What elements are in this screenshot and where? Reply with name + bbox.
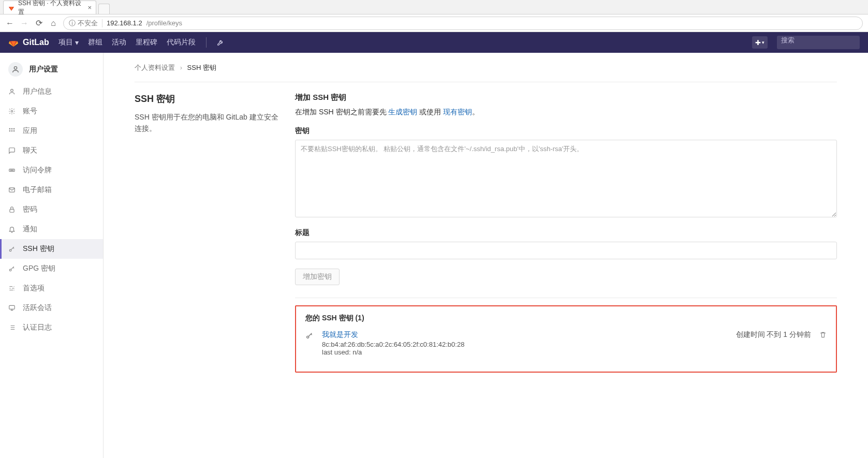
security-label: 不安全 xyxy=(78,19,98,28)
key-last-used: last used: n/a xyxy=(322,348,362,356)
address-bar[interactable]: ⓘ 不安全 192.168.1.2/profile/keys xyxy=(63,17,863,30)
token-icon xyxy=(8,167,17,174)
key-icon xyxy=(305,330,314,339)
svg-point-16 xyxy=(9,269,11,271)
sidebar-item-label: GPG 密钥 xyxy=(23,264,55,273)
link-existing-key[interactable]: 现有密钥 xyxy=(443,108,472,116)
title-input[interactable] xyxy=(295,242,837,259)
sidebar-item-label: SSH 密钥 xyxy=(23,244,54,254)
breadcrumb-current: SSH 密钥 xyxy=(187,64,216,71)
lock-icon xyxy=(8,206,17,213)
chat-icon xyxy=(8,147,17,154)
tab-favicon-icon xyxy=(8,4,15,11)
key-textarea[interactable] xyxy=(295,140,837,217)
section-intro: SSH 密钥 SSH 密钥用于在您的电脑和 GitLab 建立安全连接。 xyxy=(135,93,279,373)
key-name-link[interactable]: 我就是开发 xyxy=(322,330,358,339)
brand[interactable]: GitLab xyxy=(8,37,49,48)
sidebar-item-12[interactable]: 认证日志 xyxy=(0,318,103,337)
sidebar-item-label: 用户信息 xyxy=(23,87,52,96)
form-title: 增加 SSH 密钥 xyxy=(295,93,837,102)
wrench-icon[interactable] xyxy=(217,39,224,46)
security-indicator[interactable]: ⓘ 不安全 xyxy=(69,19,98,28)
breadcrumb-root[interactable]: 个人资料设置 xyxy=(135,64,175,71)
reload-icon[interactable]: ⟳ xyxy=(34,18,43,28)
nav-snippets[interactable]: 代码片段 xyxy=(167,38,196,47)
delete-key-button[interactable] xyxy=(819,330,827,338)
svg-point-18 xyxy=(307,336,309,338)
nav-groups[interactable]: 群组 xyxy=(88,38,102,47)
nav-milestones[interactable]: 里程碑 xyxy=(136,38,157,47)
sidebar-item-9[interactable]: GPG 密钥 xyxy=(0,259,103,278)
sidebar-item-6[interactable]: 密码 xyxy=(0,200,103,219)
key-fingerprint: 8c:b4:af:26:db:5c:a0:2c:64:05:2f:c0:81:4… xyxy=(322,341,464,348)
link-generate-key[interactable]: 生成密钥 xyxy=(388,108,417,116)
page-title: SSH 密钥 xyxy=(135,93,279,105)
svg-rect-3 xyxy=(9,128,10,129)
sidebar-item-10[interactable]: 首选项 xyxy=(0,278,103,298)
svg-point-1 xyxy=(11,89,13,92)
sidebar-item-3[interactable]: 聊天 xyxy=(0,141,103,160)
mail-icon xyxy=(8,186,17,194)
key-label: 密钥 xyxy=(295,126,837,136)
avatar-icon xyxy=(8,62,23,77)
sidebar-item-label: 电子邮箱 xyxy=(23,185,52,195)
global-search[interactable] xyxy=(777,36,860,49)
svg-point-15 xyxy=(9,249,11,252)
key-created: 创建时间 不到 1 分钟前 xyxy=(736,330,811,339)
form-help: 在增加 SSH 密钥之前需要先 生成密钥 或使用 现有密钥。 xyxy=(295,108,837,117)
tab-close-icon[interactable]: × xyxy=(87,4,92,11)
new-dropdown-button[interactable]: ✚▾ xyxy=(752,36,768,49)
search-input[interactable] xyxy=(781,36,856,44)
svg-point-11 xyxy=(11,170,12,170)
new-tab-button[interactable] xyxy=(98,4,110,14)
browser-tab[interactable]: SSH 密钥 · 个人资料设置 × xyxy=(3,1,96,14)
svg-rect-6 xyxy=(9,130,10,131)
sidebar-item-2[interactable]: 应用 xyxy=(0,121,103,141)
add-key-button[interactable]: 增加密钥 xyxy=(295,269,340,285)
brand-label: GitLab xyxy=(23,38,49,47)
gear-icon xyxy=(8,108,17,115)
sidebar-item-label: 通知 xyxy=(23,225,37,234)
nav-projects[interactable]: 项目 ▾ xyxy=(58,38,79,47)
chevron-down-icon: ▾ xyxy=(75,38,79,47)
sidebar-item-label: 应用 xyxy=(23,126,37,136)
bell-icon xyxy=(8,226,17,233)
chevron-down-icon: ▾ xyxy=(762,40,764,45)
breadcrumb: 个人资料设置 › SSH 密钥 xyxy=(135,63,837,82)
sidebar-item-11[interactable]: 活跃会话 xyxy=(0,298,103,318)
sidebar-item-label: 认证日志 xyxy=(23,323,52,332)
sidebar: 用户设置 用户信息账号应用聊天访问令牌电子邮箱密码通知SSH 密钥GPG 密钥首… xyxy=(0,53,104,458)
sidebar-item-5[interactable]: 电子邮箱 xyxy=(0,180,103,200)
tab-title: SSH 密钥 · 个人资料设置 xyxy=(18,0,84,17)
sidebar-item-8[interactable]: SSH 密钥 xyxy=(0,239,103,259)
ssh-key-row: 我就是开发 8c:b4:af:26:db:5c:a0:2c:64:05:2f:c… xyxy=(305,330,827,356)
svg-point-2 xyxy=(11,110,13,112)
home-icon[interactable]: ⌂ xyxy=(49,19,58,28)
sidebar-item-label: 聊天 xyxy=(23,146,37,155)
back-icon[interactable]: ← xyxy=(5,19,14,28)
nav-activity[interactable]: 活动 xyxy=(112,38,126,47)
sidebar-item-label: 首选项 xyxy=(23,284,45,293)
svg-point-10 xyxy=(10,170,11,170)
forward-icon: → xyxy=(20,19,29,28)
app-topbar: GitLab 项目 ▾ 群组 活动 里程碑 代码片段 ✚▾ xyxy=(0,32,868,53)
page-desc: SSH 密钥用于在您的电脑和 GitLab 建立安全连接。 xyxy=(135,111,279,135)
keys-heading: 您的 SSH 密钥 (1) xyxy=(305,314,827,323)
sidebar-title: 用户设置 xyxy=(29,65,58,74)
title-label: 标题 xyxy=(295,228,837,238)
grid-icon xyxy=(8,127,17,135)
sidebar-item-label: 账号 xyxy=(23,107,37,116)
svg-rect-7 xyxy=(11,130,12,131)
sidebar-item-4[interactable]: 访问令牌 xyxy=(0,160,103,180)
sidebar-item-1[interactable]: 账号 xyxy=(0,101,103,121)
url-host: 192.168.1.2 xyxy=(107,19,142,27)
user-icon xyxy=(8,88,17,95)
svg-rect-8 xyxy=(13,130,14,131)
sidebar-item-7[interactable]: 通知 xyxy=(0,219,103,239)
svg-rect-4 xyxy=(11,128,12,129)
sidebar-item-0[interactable]: 用户信息 xyxy=(0,82,103,101)
ssh-keys-panel: 您的 SSH 密钥 (1) 我就是开发 8c:b4:af:26:db:5c:a0… xyxy=(295,305,837,373)
sidebar-header: 用户设置 xyxy=(0,57,103,82)
plus-icon: ✚ xyxy=(755,39,761,47)
svg-rect-14 xyxy=(10,209,14,212)
